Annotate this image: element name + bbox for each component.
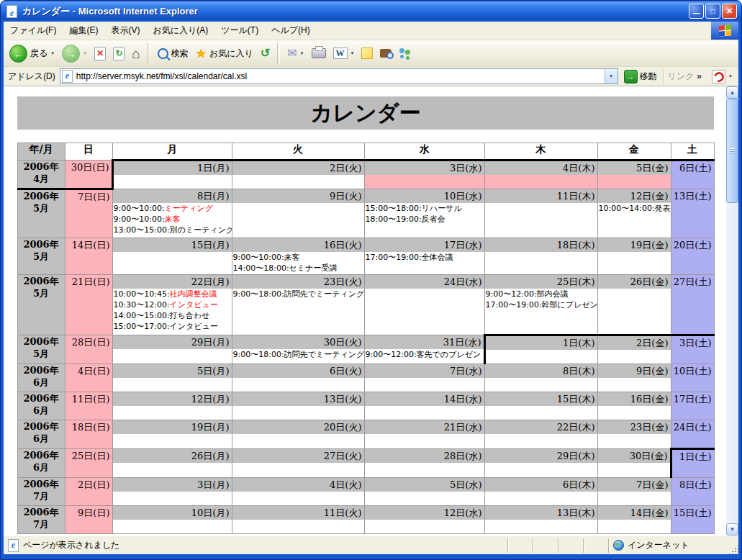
ie-page-icon: e xyxy=(62,70,73,83)
day-number: 21日(日) xyxy=(65,275,112,289)
search-button[interactable]: 検索 xyxy=(155,46,191,61)
day-cell: 1日(月) xyxy=(112,161,232,189)
messenger-button[interactable] xyxy=(396,47,415,60)
day-number: 20日(火) xyxy=(232,420,364,434)
day-cell: 1日(木) xyxy=(484,335,597,364)
edit-dropdown-icon[interactable]: ▼ xyxy=(350,51,355,55)
window-title: カレンダー - Microsoft Internet Explorer xyxy=(22,5,198,18)
day-cell: 25日(日) xyxy=(65,449,112,478)
print-button[interactable] xyxy=(309,47,329,60)
acrobat-dropdown-icon[interactable]: ▼ xyxy=(728,74,733,78)
day-number: 23日(火) xyxy=(232,275,364,289)
event: 10:00〜10:45:社内調整会議 xyxy=(114,289,231,299)
address-url[interactable]: http://server.msyk.net/fmi/xsl/calendar/… xyxy=(74,71,605,81)
day-cell: 12日(月) xyxy=(112,392,232,420)
day-cell: 18日(日) xyxy=(65,420,112,449)
messenger-icon xyxy=(399,48,412,59)
menu-item-help[interactable]: ヘルプ(H) xyxy=(265,22,317,40)
day-number: 10日(土) xyxy=(671,364,714,378)
resize-grip[interactable] xyxy=(728,544,738,554)
back-label: 戻る xyxy=(30,48,47,60)
favorites-button[interactable]: ★ お気に入り xyxy=(193,46,256,61)
address-input[interactable]: e http://server.msyk.net/fmi/xsl/calenda… xyxy=(60,68,618,84)
refresh-button[interactable]: ↻ xyxy=(110,45,127,62)
event: 10:00〜14:00:発表 xyxy=(599,203,670,214)
day-cell: 26日(月) xyxy=(112,449,232,478)
research-button[interactable] xyxy=(377,48,394,59)
week-row: 2006年5月28日(日)29日(月)30日(火)9:00〜18:00:訪問先で… xyxy=(17,335,714,364)
day-number: 9日(火) xyxy=(232,189,364,203)
links-chevron-icon[interactable]: » xyxy=(697,71,702,81)
day-number: 6日(木) xyxy=(485,478,597,492)
day-number: 17日(水) xyxy=(365,238,484,252)
week-row: 2006年5月21日(日)22日(月)10:00〜10:45:社内調整会議10:… xyxy=(17,275,714,335)
month-cell: 2006年5月 xyxy=(17,335,65,364)
day-cell: 13日(木) xyxy=(484,506,597,534)
forward-button[interactable]: → ▼ xyxy=(59,43,90,64)
menu-item-file[interactable]: ファイル(F) xyxy=(4,22,63,40)
day-number: 9日(金) xyxy=(598,364,671,378)
edit-with-word-button[interactable]: W ▼ xyxy=(330,46,358,60)
menu-item-tools[interactable]: ツール(T) xyxy=(214,22,265,40)
maximize-button[interactable]: □ xyxy=(705,4,720,19)
day-number: 30日(火) xyxy=(232,335,364,349)
mail-button[interactable]: ✉ ▼ xyxy=(284,46,307,60)
week-row: 2006年6月11日(日)12日(月)13日(火)14日(水)15日(木)16日… xyxy=(17,392,714,420)
day-cell: 5日(金) xyxy=(597,161,671,189)
stop-button[interactable]: ✕ xyxy=(91,45,109,62)
web-page: カレンダー 年/月日月火水木金土2006年4月30日(日)1日(月)2日(火)3… xyxy=(4,86,728,536)
go-button[interactable]: → 移動 xyxy=(621,70,660,83)
day-cell: 17日(土) xyxy=(671,392,714,420)
menu-item-view[interactable]: 表示(V) xyxy=(104,22,146,40)
mail-dropdown-icon[interactable]: ▼ xyxy=(300,51,304,55)
day-cell: 23日(金) xyxy=(597,420,671,449)
page-title: カレンダー xyxy=(17,96,714,130)
day-cell: 9日(金) xyxy=(597,364,671,392)
toolbar-separator xyxy=(148,43,150,63)
day-number: 23日(金) xyxy=(598,420,671,434)
scrollbar-down-button[interactable]: ▼ xyxy=(726,523,738,536)
day-cell: 31日(水)9:00〜12:00:客先でのプレゼン xyxy=(364,335,484,364)
status-bar: e ページが表示されました インターネット xyxy=(4,536,738,554)
vertical-scrollbar[interactable]: ▲ ▼ xyxy=(726,86,738,536)
minimize-button[interactable]: — xyxy=(689,4,704,19)
close-button[interactable]: ✕ xyxy=(722,4,737,19)
back-dropdown-icon[interactable]: ▼ xyxy=(50,51,55,55)
day-number: 5日(水) xyxy=(365,478,484,492)
windows-flag-icon xyxy=(719,24,731,36)
acrobat-button[interactable]: ▼ xyxy=(709,68,736,85)
scrollbar-thumb[interactable] xyxy=(726,99,738,203)
event: 14:00〜18:00:セミナー受講 xyxy=(233,263,363,274)
links-toolbar[interactable]: リンク » xyxy=(663,69,707,83)
day-cell: 10日(月) xyxy=(112,506,232,534)
scrollbar-up-button[interactable]: ▲ xyxy=(726,86,738,99)
day-number: 2日(金) xyxy=(598,336,671,350)
day-cell: 14日(金) xyxy=(597,506,671,534)
day-cell: 21日(水) xyxy=(364,420,484,449)
day-number: 14日(金) xyxy=(598,506,671,520)
home-button[interactable]: ⌂ xyxy=(129,45,142,62)
day-cell: 13日(火) xyxy=(232,392,364,420)
day-cell: 15日(木) xyxy=(484,392,597,420)
browser-window: e カレンダー - Microsoft Internet Explorer — … xyxy=(0,0,742,560)
search-icon xyxy=(158,48,168,59)
month-cell: 2006年5月 xyxy=(17,238,65,275)
day-cell: 27日(土) xyxy=(671,275,714,335)
day-number: 5日(金) xyxy=(598,161,671,175)
menu-item-edit[interactable]: 編集(E) xyxy=(63,22,104,40)
column-header-sat: 土 xyxy=(671,143,714,161)
day-number: 22日(月) xyxy=(113,275,232,289)
title-bar[interactable]: e カレンダー - Microsoft Internet Explorer — … xyxy=(1,1,741,22)
back-button[interactable]: ← 戻る ▼ xyxy=(6,43,58,64)
day-cell: 5日(水) xyxy=(364,478,484,506)
month-cell: 2006年6月 xyxy=(17,449,65,478)
address-dropdown-icon[interactable]: ▼ xyxy=(605,69,617,83)
menu-item-favorites[interactable]: お気に入り(A) xyxy=(146,22,214,40)
column-header-mon: 月 xyxy=(112,143,232,161)
discuss-button[interactable] xyxy=(358,46,376,60)
week-row: 2006年7月9日(日)10日(月)11日(火)12日(水)13日(木)14日(… xyxy=(17,506,714,534)
print-icon xyxy=(312,48,326,58)
day-number: 2日(日) xyxy=(65,478,112,492)
day-number: 1日(土) xyxy=(672,450,714,464)
history-button[interactable]: ↺ xyxy=(258,46,273,60)
